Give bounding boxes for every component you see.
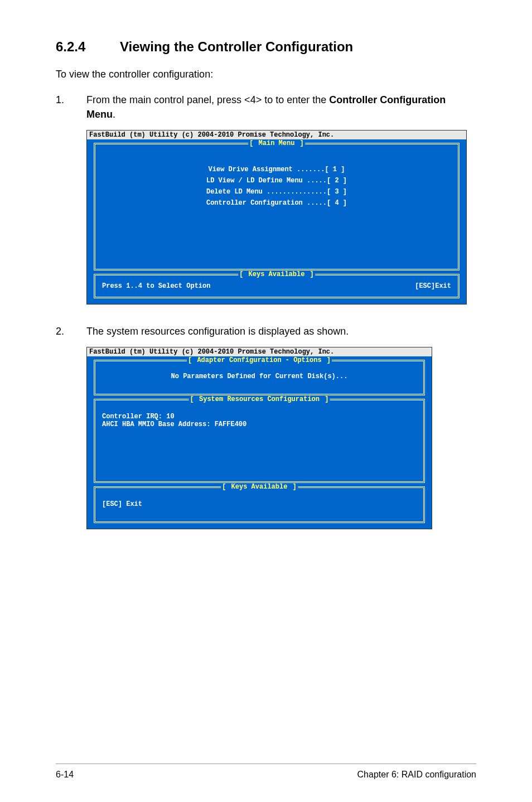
keys-box-2: Keys Available [ESC] Exit — [94, 486, 425, 523]
step-content: The system resources configuration is di… — [86, 324, 476, 339]
step-text-after: . — [113, 109, 115, 120]
main-menu-box: Main Menu View Drive Assignment .......[… — [94, 143, 460, 270]
step-number: 1. — [56, 93, 86, 122]
intro-text: To view the controller configuration: — [56, 67, 476, 81]
screenshot-header-2: FastBuild (tm) Utility (c) 2004-2010 Pro… — [87, 347, 432, 356]
step-1: 1. From the main control panel, press <4… — [56, 93, 476, 122]
menu-item-1: View Drive Assignment .......[ 1 ] — [206, 166, 347, 173]
screenshot-main-menu: FastBuild (tm) Utility (c) 2004-2010 Pro… — [86, 130, 467, 305]
step-text-before: From the main control panel, press <4> t… — [86, 94, 329, 105]
heading-number: 6.2.4 — [56, 39, 120, 55]
adapter-content: No Parameters Defined for Current Disk(s… — [102, 373, 417, 380]
sysres-content: Controller IRQ: 10 AHCI HBA MMIO Base Ad… — [102, 406, 417, 476]
menu-item-3: Delete LD Menu ...............[ 3 ] — [206, 188, 347, 196]
keys-left: Press 1..4 to Select Option — [102, 282, 210, 290]
main-menu-title: Main Menu — [248, 139, 305, 147]
adapter-title: Adapter Configuration - Options — [187, 356, 332, 364]
blue-panel: Main Menu View Drive Assignment .......[… — [87, 139, 466, 304]
footer-chapter: Chapter 6: RAID configuration — [357, 770, 476, 780]
step-number: 2. — [56, 324, 86, 339]
sysres-title: System Resources Configuration — [189, 395, 330, 403]
sysres-line1: Controller IRQ: 10 — [102, 413, 417, 421]
step-content: From the main control panel, press <4> t… — [86, 93, 476, 122]
sysres-box: System Resources Configuration Controlle… — [94, 399, 425, 483]
step-2: 2. The system resources configuration is… — [56, 324, 476, 339]
menu-content: View Drive Assignment .......[ 1 ] LD Vi… — [102, 150, 451, 263]
section-heading: 6.2.4Viewing the Controller Configuratio… — [56, 39, 476, 55]
screenshot-sysres: FastBuild (tm) Utility (c) 2004-2010 Pro… — [86, 347, 432, 529]
keys-line-2: [ESC] Exit — [102, 500, 417, 508]
menu-item-2: LD View / LD Define Menu .....[ 2 ] — [206, 177, 347, 185]
page-footer: 6-14 Chapter 6: RAID configuration — [56, 764, 476, 780]
keys-title-2: Keys Available — [221, 483, 298, 491]
keys-row: Press 1..4 to Select Option [ESC]Exit — [102, 282, 451, 290]
keys-content-2: [ESC] Exit — [102, 494, 417, 516]
heading-title: Viewing the Controller Configuration — [120, 39, 353, 54]
sysres-line2: AHCI HBA MMIO Base Address: FAFFE400 — [102, 421, 417, 428]
footer-page-number: 6-14 — [56, 770, 74, 780]
screenshot-header: FastBuild (tm) Utility (c) 2004-2010 Pro… — [87, 131, 466, 139]
menu-item-4: Controller Configuration .....[ 4 ] — [206, 199, 347, 207]
keys-title: Keys Available — [238, 270, 315, 278]
adapter-box: Adapter Configuration - Options No Param… — [94, 360, 425, 395]
keys-box: Keys Available Press 1..4 to Select Opti… — [94, 274, 460, 298]
adapter-content-wrap: No Parameters Defined for Current Disk(s… — [102, 367, 417, 388]
keys-right: [ESC]Exit — [415, 282, 451, 290]
blue-panel-2: Adapter Configuration - Options No Param… — [87, 356, 432, 529]
